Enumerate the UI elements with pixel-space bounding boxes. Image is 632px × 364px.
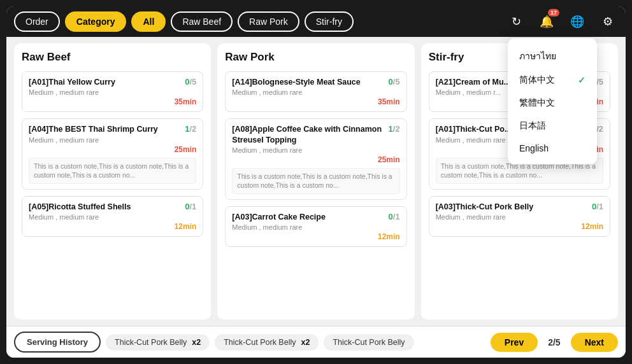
tab-stir-fry[interactable]: Stir-fry	[305, 11, 354, 32]
lang-item-simplified-chinese[interactable]: 简体中文 ✓	[508, 69, 597, 92]
menu-card-a08[interactable]: [A08]Apple Coffee Cake with Cinnamon Str…	[225, 118, 406, 200]
card-time-a01: 35min	[29, 97, 196, 106]
settings-button[interactable]: ⚙	[598, 11, 618, 32]
header: Order Category All Raw Beef Raw Pork Sti…	[6, 6, 626, 37]
footer-item-name-2: Thick-Cut Pork Belly	[224, 338, 296, 347]
card-sub-a01: Medium , medium rare	[29, 88, 196, 96]
globe-button[interactable]: 🌐	[567, 11, 587, 32]
card-time-a04: 25min	[29, 145, 196, 154]
card-count-a01: 0/5	[185, 77, 196, 87]
globe-icon: 🌐	[570, 15, 584, 29]
lang-item-japanese[interactable]: 日本語	[508, 115, 597, 137]
card-sub-a05: Medium , medium rare	[29, 213, 196, 221]
menu-card-a01[interactable]: [A01]Thai Yellow Curry 0/5 Medium , medi…	[22, 71, 203, 112]
card-note-a08: This is a custom note,This is a custom n…	[232, 168, 399, 194]
footer-item-name-1: Thick-Cut Pork Belly	[115, 338, 187, 347]
lang-item-english[interactable]: English	[508, 137, 597, 159]
footer-item-2: Thick-Cut Pork Belly x2	[215, 334, 319, 351]
card-count-a14: 0/5	[389, 77, 400, 87]
card-sub-a03-pork: Medium , medium rare	[232, 223, 399, 231]
column-title-raw-pork: Raw Pork	[225, 51, 406, 64]
lang-label-simplified-chinese: 简体中文	[519, 74, 555, 86]
card-name-a08: [A08]Apple Coffee Cake with Cinnamon Str…	[232, 124, 388, 145]
check-icon: ✓	[578, 75, 585, 85]
card-name-a14: [A14]Bolognese-Style Meat Sauce	[232, 77, 388, 87]
card-count-a04: 1/2	[185, 124, 196, 134]
card-count-a21: /5	[596, 77, 603, 87]
footer-item-name-3: Thick-Cut Pork Belly	[333, 338, 405, 347]
card-time-a05: 12min	[29, 222, 196, 231]
language-dropdown: ภาษาไทย 简体中文 ✓ 繁體中文 日本語 English	[508, 38, 597, 164]
next-button[interactable]: Next	[571, 333, 618, 352]
card-count-a05: 0/1	[185, 202, 196, 211]
card-count-a08: 1/2	[389, 124, 400, 134]
column-raw-beef: Raw Beef [A01]Thai Yellow Curry 0/5 Medi…	[14, 43, 211, 319]
gear-icon: ⚙	[603, 15, 613, 29]
lang-label-traditional-chinese: 繁體中文	[519, 97, 555, 109]
footer-item-qty-1: x2	[192, 338, 201, 347]
card-sub-a03-sf: Medium , medium rare	[436, 213, 603, 221]
tab-all[interactable]: All	[131, 11, 166, 32]
footer: Serving History Thick-Cut Pork Belly x2 …	[6, 326, 626, 358]
refresh-icon: ↻	[512, 15, 521, 29]
page-indicator: 2/5	[543, 337, 565, 347]
card-sub-a08: Medium , medium rare	[232, 146, 399, 154]
refresh-button[interactable]: ↻	[506, 11, 526, 32]
card-time-a08: 25min	[232, 155, 399, 164]
menu-card-a14[interactable]: [A14]Bolognese-Style Meat Sauce 0/5 Medi…	[225, 71, 406, 112]
card-name-a03-pork: [A03]Carrot Cake Recipe	[232, 212, 388, 222]
card-sub-a14: Medium , medium rare	[232, 88, 399, 96]
footer-item-qty-2: x2	[301, 338, 310, 347]
bell-button[interactable]: 🔔 17	[536, 11, 557, 32]
serving-history-button[interactable]: Serving History	[14, 332, 101, 353]
card-name-a05: [A05]Ricotta Stuffed Shells	[29, 202, 185, 212]
tab-raw-pork[interactable]: Raw Pork	[238, 11, 299, 32]
column-title-raw-beef: Raw Beef	[22, 51, 203, 64]
tab-order[interactable]: Order	[14, 11, 60, 32]
lang-label-japanese: 日本語	[519, 120, 546, 132]
lang-item-thai[interactable]: ภาษาไทย	[508, 43, 597, 69]
tab-category[interactable]: Category	[65, 11, 127, 32]
prev-button[interactable]: Prev	[491, 333, 538, 352]
footer-item-3: Thick-Cut Pork Belly	[324, 334, 413, 351]
card-name-a01: [A01]Thai Yellow Curry	[29, 77, 185, 87]
app-container: Order Category All Raw Beef Raw Pork Sti…	[6, 6, 626, 358]
menu-card-a03-pork[interactable]: [A03]Carrot Cake Recipe 0/1 Medium , med…	[225, 206, 406, 247]
lang-label-english: English	[519, 143, 549, 153]
card-time-a14: 35min	[232, 97, 399, 106]
column-raw-pork: Raw Pork [A14]Bolognese-Style Meat Sauce…	[217, 43, 414, 319]
menu-card-a04[interactable]: [A04]The BEST Thai Shrimp Curry 1/2 Medi…	[22, 118, 203, 190]
card-name-a03-sf: [A03]Thick-Cut Pork Belly	[436, 202, 592, 212]
card-count-a03-sf: 0/1	[592, 202, 603, 211]
lang-label-thai: ภาษาไทย	[519, 49, 556, 63]
lang-item-traditional-chinese[interactable]: 繁體中文	[508, 92, 597, 115]
card-time-a03-pork: 12min	[232, 232, 399, 241]
tab-raw-beef[interactable]: Raw Beef	[171, 11, 233, 32]
bell-icon: 🔔	[540, 15, 554, 29]
footer-item-1: Thick-Cut Pork Belly x2	[106, 334, 210, 351]
menu-card-a03-sf[interactable]: [A03]Thick-Cut Pork Belly 0/1 Medium , m…	[429, 196, 610, 237]
card-count-a03-pork: 0/1	[389, 212, 400, 221]
header-icons: ↻ 🔔 17 🌐 ⚙	[506, 11, 618, 32]
card-time-a03-sf: 12min	[436, 222, 603, 231]
card-count-a01-sf: /2	[596, 124, 603, 134]
card-name-a04: [A04]The BEST Thai Shrimp Curry	[29, 124, 185, 134]
card-sub-a04: Medium , medium rare	[29, 136, 196, 144]
card-note-a04: This is a custom note,This is a custom n…	[29, 158, 196, 184]
menu-card-a05[interactable]: [A05]Ricotta Stuffed Shells 0/1 Medium ,…	[22, 196, 203, 237]
notification-badge: 17	[548, 9, 559, 17]
